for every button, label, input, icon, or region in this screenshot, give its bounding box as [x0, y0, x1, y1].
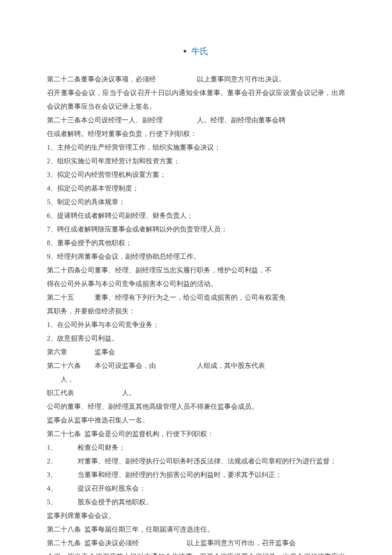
article-28: 第二十八条监事每届任期三年，任期届满可连选连任。 — [47, 523, 345, 536]
article-29: 第二十九条监事会决议必须经 以上监事同意方可作出，召开监事会 — [47, 536, 345, 550]
article-text: 本公司设监事会，由 人组成，其中股东代表 — [95, 362, 265, 369]
list-item: 9、经理列席董事会会议，副经理协助总经理工作。 — [47, 250, 345, 263]
list-num: 5、 — [47, 495, 78, 509]
article-22: 第二十二条董事会决议事项，必须经 以上董事同意方可作出决议。 — [47, 72, 345, 86]
list-item: 5、制定公司的具体规章； — [47, 195, 345, 209]
article-26: 第二十六条本公司设监事会，由 人组成，其中股东代表 — [47, 359, 345, 373]
list-item: 1、在公司外从事与本公司竞争业务； — [47, 318, 345, 332]
article-text: 监事每届任期三年，任期届满可连选连任。 — [84, 526, 214, 533]
article-num: 第二十七条 — [47, 427, 84, 441]
article-num: 第二十八条 — [47, 523, 84, 536]
article-num: 第二十六条 — [47, 359, 95, 373]
list-item: 7、聘任或者解聘除应董事会或者解聘以外的负责管理人员； — [47, 223, 345, 236]
article-29-cont: 会议，应当于会议召开前十日以内通知全体监事，召开会议应设置会议记录，出席会议的监… — [47, 550, 345, 555]
article-23: 第二十三条本公司设经理一人、副经理 人。经理、副经理由董事会聘 — [47, 113, 345, 127]
list-item: 3、拟定公司内经营管理机构设置方案； — [47, 168, 345, 182]
article-27: 第二十七条监事会是公司的监督机构，行使下列职权： — [47, 427, 345, 441]
article-text: 监事会是公司的监督机构，行使下列职权： — [84, 430, 214, 437]
article-25: 第二十五 董事、经理有下列行为之一，给公司造成损害的，公司有权罢免 — [47, 291, 345, 304]
brand-name: 牛氏 — [191, 43, 208, 60]
article-text: 监事会决议必须经 以上监事同意方可作出，召开监事会 — [84, 539, 296, 546]
article-25-cont: 其职务，并要赔偿经济损失： — [47, 304, 345, 318]
list-text: 对董事、经理、副经理执行公司职务时违反法律、法规或者公司章程的行为进行监督； — [78, 457, 337, 465]
list-text: 股东会授予的其他职权。 — [78, 498, 153, 506]
article-24: 第二十四条公司董事、经理、副经理应当忠实履行职务，维护公司利益，不 — [47, 263, 345, 277]
list-item: 4、拟定公司的基本管理制度； — [47, 182, 345, 195]
list-item: 2、组织实施公司年度经营计划和投资方案； — [47, 154, 345, 168]
list-item: 1、主持公司的生产经营管理工作，组织实施董事会决议； — [47, 141, 345, 154]
list-text: 提议召开临时股东会； — [78, 485, 146, 492]
document-body: 第二十二条董事会决议事项，必须经 以上董事同意方可作出决议。 召开董事会会议，应… — [47, 72, 345, 555]
list-text: 当董事和经理、副经理的行为损害公司的利益时，要求其予以纠正； — [78, 471, 282, 478]
chapter-6: 第六章 监事会 — [47, 345, 345, 359]
list-item: 3、当董事和经理、副经理的行为损害公司的利益时，要求其予以纠正； — [47, 468, 345, 482]
list-num: 3、 — [47, 468, 78, 482]
article-23-cont: 任或者解聘。经理对董事会负责，行使下列职权： — [47, 127, 345, 141]
article-24-cont: 得在公司外从事与本公司竞争或损害本公司利益的活动。 — [47, 277, 345, 291]
article-26-cont2: 职工代表 人。 — [47, 386, 345, 400]
bullet-icon — [184, 50, 186, 52]
paragraph: 公司的董事、经理、副经理及其他高级管理人员不得兼任监事会成员。 — [47, 400, 345, 413]
list-num: 4、 — [47, 482, 78, 495]
list-item: 2、故意损害公司利益。 — [47, 332, 345, 345]
paragraph: 监事会从监事中推选召集人一名。 — [47, 413, 345, 427]
list-item: 2、对董事、经理、副经理执行公司职务时违反法律、法规或者公司章程的行为进行监督； — [47, 454, 345, 468]
list-num: 2、 — [47, 454, 78, 468]
paragraph: 监事列席董事会会议。 — [47, 509, 345, 523]
article-num: 第二十九条 — [47, 536, 84, 550]
list-num: 1、 — [47, 441, 78, 454]
list-item: 6、提请聘任或者解聘公司副经理、财务负责人； — [47, 209, 345, 223]
document-page: 牛氏 第二十二条董事会决议事项，必须经 以上董事同意方可作出决议。 召开董事会会… — [0, 0, 392, 555]
article-22-detail: 召开董事会会议，应当于会议召开十日以内通知全体董事。董事会召开会议应设置会议记录… — [47, 86, 345, 113]
article-26-cont: 人， — [47, 373, 345, 386]
list-text: 检查公司财务； — [78, 444, 125, 451]
list-item: 8、董事会授予的其他职权； — [47, 236, 345, 250]
document-header: 牛氏 — [47, 43, 345, 60]
list-item: 4、提议召开临时股东会； — [47, 482, 345, 495]
list-item: 5、股东会授予的其他职权。 — [47, 495, 345, 509]
list-item: 1、检查公司财务； — [47, 441, 345, 454]
